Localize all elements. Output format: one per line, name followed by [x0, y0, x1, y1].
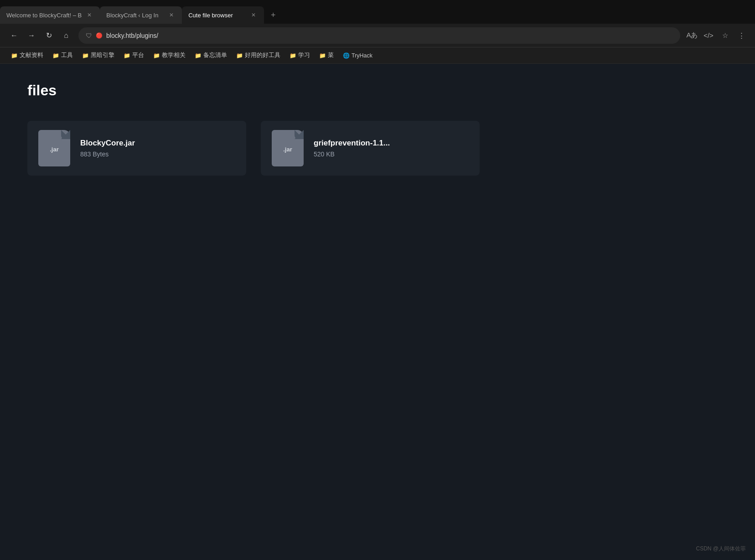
tab-2-title: BlockyCraft ‹ Log In [106, 12, 164, 19]
file-info-2: griefprevention-1.1... 520 KB [314, 139, 469, 158]
bookmark-0[interactable]: 📁 文献资料 [7, 50, 47, 61]
file-name-1: BlockyCore.jar [80, 139, 235, 148]
bookmark-8[interactable]: 📁 菜 [315, 50, 337, 61]
watermark: CSDN @人间体佐菲 [696, 545, 746, 553]
bookmark-7-icon: 📁 [290, 52, 296, 59]
file-size-2: 520 KB [314, 150, 469, 158]
address-bar: ← → ↻ ⌂ 🛡 🔴 blocky.htb/plugins/ Aあ </> ☆… [0, 24, 755, 47]
bookmark-1-label: 工具 [61, 52, 73, 59]
bookmark-2-label: 黑暗引擎 [91, 52, 114, 59]
tab-3-close[interactable]: ✕ [249, 11, 258, 19]
bookmark-2-icon: 📁 [82, 52, 89, 59]
bookmark-3-icon: 📁 [124, 52, 130, 59]
main-content: files .jar BlockyCore.jar 883 Bytes .jar [0, 64, 755, 560]
file-card-2[interactable]: .jar griefprevention-1.1... 520 KB [261, 121, 480, 176]
bookmark-4-label: 教学相关 [162, 52, 186, 59]
tab-3-title: Cute file browser [188, 12, 246, 19]
bookmark-7-label: 学习 [298, 52, 310, 59]
bookmark-0-icon: 📁 [11, 52, 18, 59]
bookmark-4[interactable]: 📁 教学相关 [150, 50, 189, 61]
file-name-2: griefprevention-1.1... [314, 139, 469, 148]
bookmark-6-icon: 📁 [236, 52, 243, 59]
more-button[interactable]: ⋮ [735, 29, 748, 42]
file-card-1[interactable]: .jar BlockyCore.jar 883 Bytes [27, 121, 246, 176]
bookmarks-bar: 📁 文献资料 📁 工具 📁 黑暗引擎 📁 平台 📁 教学相关 📁 备忘清单 📁 … [0, 47, 755, 64]
devtools-button[interactable]: </> [702, 29, 715, 42]
files-grid: .jar BlockyCore.jar 883 Bytes .jar grief… [27, 121, 728, 176]
tab-2[interactable]: BlockyCraft ‹ Log In ✕ [100, 6, 182, 24]
bookmark-6-label: 好用的好工具 [245, 52, 280, 59]
file-size-1: 883 Bytes [80, 150, 235, 158]
file-ext-2: .jar [283, 146, 292, 153]
tab-1-title: Welcome to BlockyCraft! – B [6, 12, 82, 19]
tab-1-close[interactable]: ✕ [85, 11, 93, 19]
bookmark-9-icon: 🌐 [343, 52, 350, 59]
new-tab-button[interactable]: + [266, 8, 280, 22]
tab-3[interactable]: Cute file browser ✕ [182, 6, 264, 24]
file-icon-wrapper-1: .jar [38, 130, 71, 166]
home-button[interactable]: ⌂ [59, 29, 73, 42]
file-info-1: BlockyCore.jar 883 Bytes [80, 139, 235, 158]
file-ext-1: .jar [50, 146, 59, 153]
address-text: blocky.htb/plugins/ [106, 32, 673, 39]
bookmark-9[interactable]: 🌐 TryHack [339, 51, 376, 61]
bookmark-0-label: 文献资料 [20, 52, 43, 59]
bookmark-8-icon: 📁 [319, 52, 326, 59]
bookmark-7[interactable]: 📁 学习 [286, 50, 314, 61]
bookmark-3[interactable]: 📁 平台 [120, 50, 148, 61]
tab-1[interactable]: Welcome to BlockyCraft! – B ✕ [0, 6, 100, 24]
address-input-wrapper[interactable]: 🛡 🔴 blocky.htb/plugins/ [78, 27, 680, 44]
bookmark-6[interactable]: 📁 好用的好工具 [233, 50, 284, 61]
bookmark-button[interactable]: ☆ [719, 29, 731, 42]
page-heading: files [27, 82, 728, 99]
tab-bar: Welcome to BlockyCraft! – B ✕ BlockyCraf… [0, 0, 755, 24]
translate-button[interactable]: Aあ [686, 29, 698, 42]
file-icon-shape-2: .jar [272, 130, 304, 166]
back-button[interactable]: ← [7, 29, 21, 42]
bookmark-9-label: TryHack [352, 52, 372, 59]
shield-icon: 🛡 [86, 32, 92, 39]
bookmark-5-icon: 📁 [195, 52, 202, 59]
address-actions: Aあ </> ☆ ⋮ [686, 29, 748, 42]
bookmark-8-label: 菜 [328, 52, 334, 59]
forward-button[interactable]: → [25, 29, 38, 42]
bookmark-4-icon: 📁 [153, 52, 160, 59]
bookmark-3-label: 平台 [132, 52, 144, 59]
file-icon-shape-1: .jar [38, 130, 70, 166]
bookmark-1-icon: 📁 [52, 52, 59, 59]
bookmark-1[interactable]: 📁 工具 [49, 50, 77, 61]
file-icon-wrapper-2: .jar [272, 130, 305, 166]
bookmark-5-label: 备忘清单 [203, 52, 227, 59]
bookmark-5[interactable]: 📁 备忘清单 [191, 50, 231, 61]
tab-2-close[interactable]: ✕ [167, 11, 176, 19]
reload-button[interactable]: ↻ [42, 29, 56, 42]
lock-icon: 🔴 [96, 32, 103, 39]
browser-chrome: Welcome to BlockyCraft! – B ✕ BlockyCraf… [0, 0, 755, 64]
bookmark-2[interactable]: 📁 黑暗引擎 [78, 50, 118, 61]
nav-buttons: ← → ↻ ⌂ [7, 29, 73, 42]
